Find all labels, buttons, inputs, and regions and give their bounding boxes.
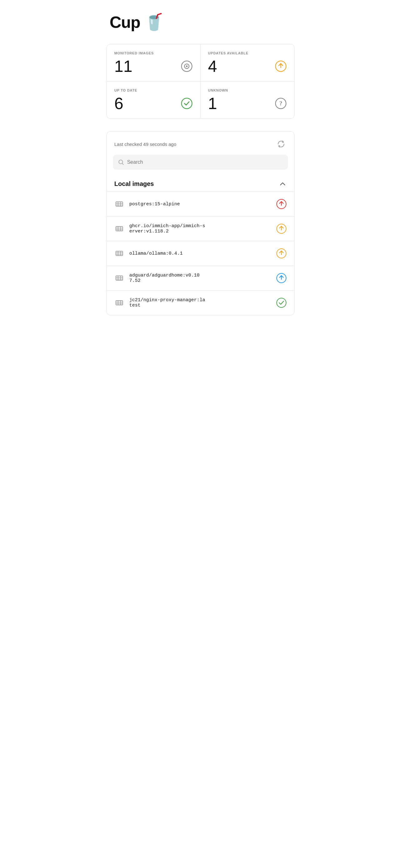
update-status-icon [276, 273, 287, 283]
unknown-icon: ? [275, 97, 287, 110]
image-item[interactable]: ghcr.io/immich-app/immich-server:v1.118.… [107, 217, 294, 241]
svg-rect-33 [116, 301, 123, 305]
search-icon [118, 159, 124, 165]
container-icon [114, 199, 124, 209]
last-checked-text: Last checked 49 seconds ago [114, 142, 176, 147]
section-header: Local images [107, 175, 294, 191]
image-name: adguard/adguardhome:v0.107.52 [129, 273, 200, 283]
up-to-date-status-icon [276, 298, 287, 308]
app-title: Cup [110, 13, 140, 32]
stat-uptodate-value: 6 [114, 95, 123, 112]
main-card: Last checked 49 seconds ago Local images [106, 131, 295, 315]
container-icon [114, 298, 124, 308]
app-header: Cup 🥤 [106, 6, 295, 35]
image-item[interactable]: postgres:15-alpine [107, 192, 294, 217]
search-input[interactable] [127, 159, 283, 165]
stat-updates-row: 4 [208, 58, 287, 74]
stats-grid: MONITORED IMAGES 11 UPDATES AVAILABLE 4 [106, 44, 295, 119]
container-icon [114, 273, 124, 283]
image-name: ghcr.io/immich-app/immich-server:v1.118.… [129, 223, 205, 234]
svg-rect-21 [116, 251, 123, 256]
image-list: postgres:15-alpine [107, 191, 294, 315]
container-icon [114, 248, 124, 258]
search-box[interactable] [113, 155, 288, 170]
container-icon [114, 224, 124, 234]
image-name: jc21/nginx-proxy-manager:latest [129, 298, 205, 308]
stat-unknown-value: 1 [208, 95, 217, 112]
image-item[interactable]: ollama/ollama:0.4.1 [107, 241, 294, 266]
update-status-icon [276, 248, 287, 259]
section-title: Local images [114, 180, 154, 187]
stat-monitored-row: 11 [114, 58, 193, 74]
image-item[interactable]: jc21/nginx-proxy-manager:latest [107, 290, 294, 315]
stat-monitored-value: 11 [114, 58, 132, 74]
svg-point-2 [186, 65, 188, 67]
stat-unknown-label: UNKNOWN [208, 88, 287, 92]
svg-point-38 [277, 298, 286, 307]
stat-updates-value: 4 [208, 58, 217, 74]
up-to-date-icon [181, 97, 193, 110]
svg-text:?: ? [279, 100, 282, 106]
monitor-icon [181, 60, 193, 72]
stat-uptodate-row: 6 [114, 95, 193, 112]
svg-line-8 [122, 163, 123, 165]
stat-unknown: UNKNOWN 1 ? [201, 82, 294, 118]
stat-up-to-date: UP TO DATE 6 [107, 82, 201, 118]
svg-point-4 [181, 98, 192, 109]
chevron-up-icon [278, 180, 287, 188]
svg-rect-27 [116, 276, 123, 280]
update-available-icon [275, 60, 287, 72]
image-name: postgres:15-alpine [129, 202, 180, 207]
stat-uptodate-label: UP TO DATE [114, 88, 193, 92]
stat-updates-available: UPDATES AVAILABLE 4 [201, 44, 294, 82]
refresh-icon [277, 140, 286, 148]
stat-monitored-images: MONITORED IMAGES 11 [107, 44, 201, 82]
update-status-icon [276, 199, 287, 209]
svg-rect-15 [116, 226, 123, 231]
card-header: Last checked 49 seconds ago [107, 131, 294, 155]
stat-unknown-row: 1 ? [208, 95, 287, 112]
refresh-button[interactable] [275, 138, 287, 150]
app-icon: 🥤 [144, 12, 164, 32]
svg-rect-9 [116, 202, 123, 206]
search-container [107, 155, 294, 175]
stat-monitored-label: MONITORED IMAGES [114, 51, 193, 55]
stat-updates-label: UPDATES AVAILABLE [208, 51, 287, 55]
image-item[interactable]: adguard/adguardhome:v0.107.52 [107, 266, 294, 290]
collapse-button[interactable] [278, 180, 287, 188]
image-name: ollama/ollama:0.4.1 [129, 251, 183, 256]
update-status-icon [276, 223, 287, 234]
